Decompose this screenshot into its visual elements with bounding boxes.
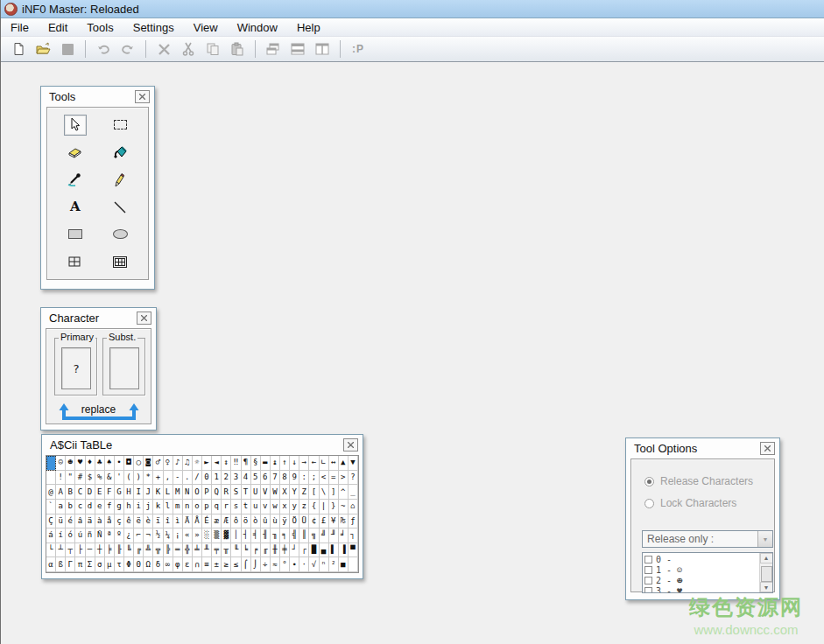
ascii-cell[interactable]: └ [46,543,56,558]
list-item[interactable]: 2 - ☻ [643,575,759,585]
close-button[interactable] [135,90,150,103]
ascii-cell[interactable] [46,456,56,471]
ascii-cell[interactable]: « [183,528,193,543]
ascii-cell[interactable]: ∟ [320,456,329,471]
ascii-cell[interactable]: 8 [280,471,290,486]
menu-window[interactable]: Window [228,19,287,36]
ascii-cell[interactable]: < [320,471,329,486]
close-button[interactable] [343,438,358,452]
ascii-cell[interactable]: , [164,471,173,486]
replace-control[interactable]: replace [46,402,151,424]
tool-options-titlebar[interactable]: Tool Options [626,438,779,458]
ascii-cell[interactable]: ♠ [105,456,115,471]
ascii-cell[interactable]: Ö [290,514,299,529]
ascii-cell[interactable]: ■ [339,557,349,572]
ascii-cell[interactable]: ∙ [290,557,299,572]
ascii-cell[interactable]: Ü [299,514,309,529]
smiley-button[interactable]: :P [348,39,369,59]
ascii-cell[interactable]: ù [271,514,280,529]
ascii-cell[interactable]: Θ [134,557,144,572]
ascii-cell[interactable]: 3 [231,471,241,486]
ascii-table-titlebar[interactable]: A$Cii TaBLe [42,435,363,455]
ascii-cell[interactable]: → [299,456,309,471]
ascii-cell[interactable]: j [144,500,153,514]
tool-fill-bucket[interactable] [109,142,131,163]
ascii-cell[interactable]: ↔ [329,456,339,471]
ascii-cell[interactable]: ↓ [290,456,299,471]
subst-char-box[interactable] [109,347,139,389]
ascii-cell[interactable]: ═ [173,543,183,558]
ascii-cell[interactable]: ╖ [271,528,280,543]
ascii-cell[interactable]: ╩ [144,543,153,558]
menu-help[interactable]: Help [287,19,330,36]
ascii-cell[interactable]: ← [309,456,319,471]
ascii-cell[interactable]: R [222,485,231,500]
ascii-cell[interactable]: ε [183,557,193,572]
ascii-cell[interactable]: ≥ [222,557,231,572]
ascii-cell[interactable]: ╒ [251,543,261,558]
delete-button[interactable] [153,39,174,59]
ascii-cell[interactable]: ¼ [164,528,173,543]
ascii-cell[interactable]: @ [46,485,56,500]
ascii-cell[interactable]: k [153,500,163,514]
ascii-cell[interactable]: ½ [153,528,163,543]
menu-settings[interactable]: Settings [123,19,184,36]
ascii-cell[interactable]: ≤ [231,557,241,572]
tool-rectangle[interactable] [64,224,87,245]
ascii-cell[interactable]: ¬ [144,528,153,543]
ascii-cell[interactable]: ² [329,557,339,572]
ascii-cell[interactable] [349,557,358,572]
ascii-cell[interactable]: í [56,528,66,543]
ascii-cell[interactable]: ┴ [56,543,66,558]
ascii-cell[interactable]: g [115,500,124,514]
ascii-cell[interactable]: ╘ [242,543,251,558]
ascii-cell[interactable]: a [56,500,66,514]
ascii-cell[interactable]: ▒ [212,528,222,543]
tool-eraser[interactable] [64,142,87,163]
ascii-cell[interactable]: ö [242,514,251,529]
ascii-cell[interactable]: [ [309,485,319,500]
ascii-cell[interactable]: Ä [183,514,193,529]
ascii-cell[interactable]: U [251,485,261,500]
ascii-cell[interactable]: ' [115,471,124,486]
scrollbar-thumb[interactable] [761,566,772,582]
ascii-cell[interactable]: Ω [144,557,153,572]
ascii-cell[interactable]: 9 [290,471,299,486]
scroll-down-icon[interactable]: ▼ [760,582,773,592]
close-button[interactable] [760,442,775,455]
ascii-cell[interactable]: φ [173,557,183,572]
ascii-cell[interactable]: t [242,500,251,514]
tool-eyedropper[interactable] [64,169,87,190]
ascii-cell[interactable]: τ [115,557,124,572]
ascii-cell[interactable]: ╡ [251,528,261,543]
close-button[interactable] [137,312,151,325]
checkbox[interactable] [644,566,652,574]
ascii-cell[interactable]: V [261,485,271,500]
ascii-cell[interactable]: ╢ [261,528,271,543]
ascii-cell[interactable]: J [144,485,153,500]
ascii-cell[interactable]: ░ [202,528,212,543]
ascii-cell[interactable]: å [105,514,115,529]
tool-ellipse[interactable] [109,224,131,245]
vertical-scrollbar[interactable]: ▲ ▼ [759,553,772,592]
ascii-cell[interactable]: ┌ [299,543,309,558]
ascii-cell[interactable]: ò [251,514,261,529]
ascii-cell[interactable]: ╥ [222,543,231,558]
ascii-cell[interactable]: ╧ [193,543,202,558]
ascii-cell[interactable]: ▄ [320,543,329,558]
ascii-cell[interactable]: • [115,456,124,471]
ascii-cell[interactable]: r [222,500,231,514]
ascii-cell[interactable]: ◙ [144,456,153,471]
ascii-cell[interactable]: ¡ [173,528,183,543]
ascii-cell[interactable]: x [280,500,290,514]
ascii-cell[interactable]: S [231,485,241,500]
save-button[interactable] [57,39,78,59]
ascii-cell[interactable]: W [271,485,280,500]
ascii-cell[interactable]: ↑ [280,456,290,471]
ascii-cell[interactable]: ∩ [193,557,202,572]
new-document-button[interactable] [8,39,29,59]
ascii-cell[interactable]: Φ [124,557,134,572]
ascii-cell[interactable]: ╓ [261,543,271,558]
list-item[interactable]: 3 - ♥ [643,585,759,592]
ascii-cell[interactable]: { [309,500,319,514]
